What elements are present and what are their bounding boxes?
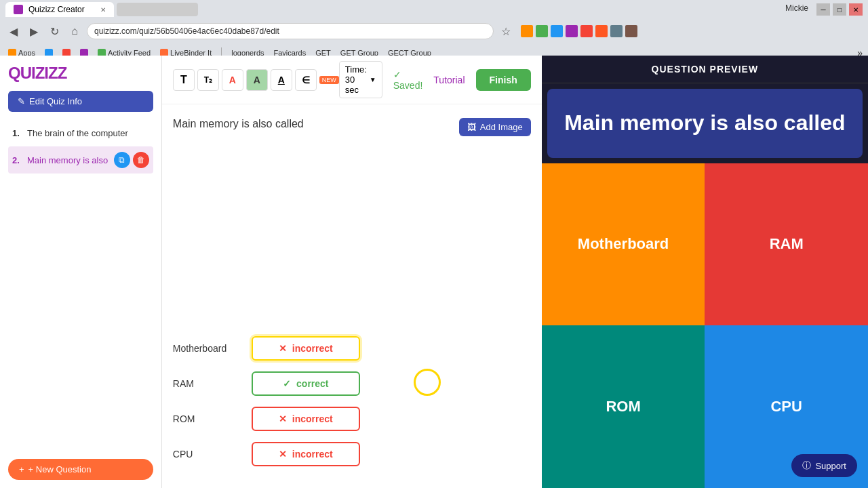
answer-2-status: correct bbox=[296, 378, 328, 389]
answer-2-label: RAM bbox=[173, 378, 241, 389]
preview-tile-2: RAM bbox=[705, 163, 868, 326]
answer-1-label: Motherboard bbox=[173, 343, 241, 354]
new-question-label: + New Question bbox=[28, 464, 92, 474]
maximize-btn[interactable]: □ bbox=[833, 3, 846, 16]
tab-favicon bbox=[14, 5, 23, 14]
question-area: 🖼 Add Image Main memory is also called bbox=[162, 104, 542, 336]
preview-question-card: Main memory is also called bbox=[547, 89, 863, 158]
answer-3-icon: ✕ bbox=[279, 413, 287, 424]
q1-text: The brain of the computer bbox=[27, 128, 128, 138]
answer-3-label: ROM bbox=[173, 413, 241, 424]
home-btn[interactable]: ⌂ bbox=[66, 23, 83, 39]
q2-actions: ⧉ 🗑 bbox=[114, 152, 149, 168]
preview-tile-2-label: RAM bbox=[770, 235, 804, 253]
preview-tile-3: ROM bbox=[542, 325, 705, 488]
q2-text: Main memory is also bbox=[27, 155, 108, 165]
text-bg-btn[interactable]: A bbox=[246, 69, 268, 91]
forward-btn[interactable]: ▶ bbox=[26, 23, 42, 39]
add-image-label: Add Image bbox=[480, 122, 523, 132]
preview-tile-4-label: CPU bbox=[770, 398, 802, 415]
q2-delete-btn[interactable]: 🗑 bbox=[133, 152, 149, 168]
editor-top-bar: T T₂ A A A ∈ NEW Time: 30 sec ▼ ✓ Saved! bbox=[162, 56, 542, 104]
browser-titlebar: Quizizz Creator ✕ Mickie ─ □ ✕ bbox=[0, 0, 868, 19]
answer-4-icon: ✕ bbox=[279, 449, 287, 460]
saved-text: ✓ Saved! bbox=[393, 69, 423, 91]
answer-1-icon: ✕ bbox=[279, 343, 287, 354]
text-format-btn[interactable]: T bbox=[173, 69, 195, 91]
answer-3-toggle[interactable]: ✕ incorrect bbox=[252, 407, 360, 431]
close-btn[interactable]: ✕ bbox=[849, 3, 863, 16]
new-question-btn[interactable]: + + New Question bbox=[8, 459, 153, 480]
answer-4-label: CPU bbox=[173, 449, 241, 460]
text-small-btn[interactable]: T₂ bbox=[197, 69, 219, 91]
preview-header: QUESTION PREVIEW bbox=[542, 56, 868, 83]
answer-1-status: incorrect bbox=[292, 343, 333, 354]
tab-title: Quizizz Creator bbox=[28, 5, 85, 14]
quizizz-logo: QUIZIZZ bbox=[8, 64, 153, 83]
window-controls: Mickie ─ □ ✕ bbox=[785, 3, 863, 16]
tutorial-btn[interactable]: Tutorial bbox=[433, 75, 465, 85]
answer-4-status: incorrect bbox=[292, 449, 333, 460]
answer-row-4: CPU ✕ incorrect bbox=[173, 442, 531, 466]
question-item-1[interactable]: 1. The brain of the computer bbox=[8, 123, 153, 144]
support-label: Support bbox=[815, 461, 846, 471]
url-text: quizizz.com/quiz/56b50406e4ac6ec40dabe87… bbox=[94, 26, 279, 36]
answer-2-icon: ✓ bbox=[283, 378, 291, 389]
preview-tile-3-label: ROM bbox=[606, 398, 640, 415]
app-container: QUIZIZZ ✎ Edit Quiz Info 1. The brain of… bbox=[0, 56, 868, 488]
saved-indicator: ✓ Saved! bbox=[393, 69, 423, 91]
add-image-icon: 🖼 bbox=[467, 122, 476, 132]
time-label: Time: 30 sec bbox=[345, 64, 367, 95]
answer-4-toggle[interactable]: ✕ incorrect bbox=[252, 442, 360, 466]
sidebar: QUIZIZZ ✎ Edit Quiz Info 1. The brain of… bbox=[0, 56, 162, 488]
add-image-btn[interactable]: 🖼 Add Image bbox=[459, 118, 531, 136]
support-icon: ⓘ bbox=[802, 460, 811, 472]
support-btn[interactable]: ⓘ Support bbox=[791, 454, 857, 477]
refresh-btn[interactable]: ↻ bbox=[46, 23, 62, 39]
answer-row-3: ROM ✕ incorrect bbox=[173, 407, 531, 431]
preview-tile-1-label: Motherboard bbox=[578, 235, 669, 253]
editor-main: T T₂ A A A ∈ NEW Time: 30 sec ▼ ✓ Saved! bbox=[162, 56, 542, 488]
edit-quiz-btn[interactable]: ✎ Edit Quiz Info bbox=[8, 91, 153, 112]
new-question-icon: + bbox=[19, 464, 24, 474]
answer-2-toggle[interactable]: ✓ correct bbox=[252, 371, 360, 396]
answer-row-1: Motherboard ✕ incorrect bbox=[173, 336, 531, 361]
formula-btn[interactable]: ∈ bbox=[295, 69, 317, 91]
answers-section: Motherboard ✕ incorrect RAM ✓ correct RO… bbox=[162, 336, 542, 488]
text-underline-btn[interactable]: A bbox=[271, 69, 292, 91]
edit-quiz-label: Edit Quiz Info bbox=[29, 96, 82, 106]
star-btn[interactable]: ☆ bbox=[498, 23, 514, 39]
preview-tile-1: Motherboard bbox=[542, 163, 705, 326]
answer-3-status: incorrect bbox=[292, 413, 333, 424]
tab-close-btn[interactable]: ✕ bbox=[100, 6, 106, 14]
browser-tab[interactable]: Quizizz Creator ✕ bbox=[5, 2, 114, 17]
question-list: 1. The brain of the computer 2. Main mem… bbox=[8, 123, 153, 451]
browser-toolbar: ◀ ▶ ↻ ⌂ quizizz.com/quiz/56b50406e4ac6ec… bbox=[0, 19, 868, 43]
new-badge: NEW bbox=[319, 76, 339, 84]
preview-panel: QUESTION PREVIEW Main memory is also cal… bbox=[542, 56, 868, 488]
text-color-btn[interactable]: A bbox=[222, 69, 243, 91]
finish-btn[interactable]: Finish bbox=[476, 69, 531, 91]
time-dropdown-icon: ▼ bbox=[370, 76, 376, 83]
preview-answers-grid: Motherboard RAM ROM CPU bbox=[542, 163, 868, 488]
q1-number: 1. bbox=[12, 128, 23, 138]
browser-chrome: Quizizz Creator ✕ Mickie ─ □ ✕ ◀ ▶ ↻ ⌂ q… bbox=[0, 0, 868, 56]
back-btn[interactable]: ◀ bbox=[5, 23, 22, 39]
user-label: Mickie bbox=[785, 3, 808, 16]
finish-label: Finish bbox=[490, 75, 517, 85]
tutorial-label: Tutorial bbox=[433, 75, 465, 85]
question-item-2[interactable]: 2. Main memory is also ⧉ 🗑 bbox=[8, 146, 153, 174]
q2-number: 2. bbox=[12, 155, 23, 165]
answer-1-toggle[interactable]: ✕ incorrect bbox=[252, 336, 360, 361]
time-selector[interactable]: Time: 30 sec ▼ bbox=[339, 61, 382, 98]
edit-quiz-icon: ✎ bbox=[18, 96, 25, 106]
minimize-btn[interactable]: ─ bbox=[816, 3, 830, 16]
answer-row-2: RAM ✓ correct bbox=[173, 371, 531, 396]
q2-duplicate-btn[interactable]: ⧉ bbox=[114, 152, 130, 168]
address-bar[interactable]: quizizz.com/quiz/56b50406e4ac6ec40dabe87… bbox=[87, 23, 494, 39]
